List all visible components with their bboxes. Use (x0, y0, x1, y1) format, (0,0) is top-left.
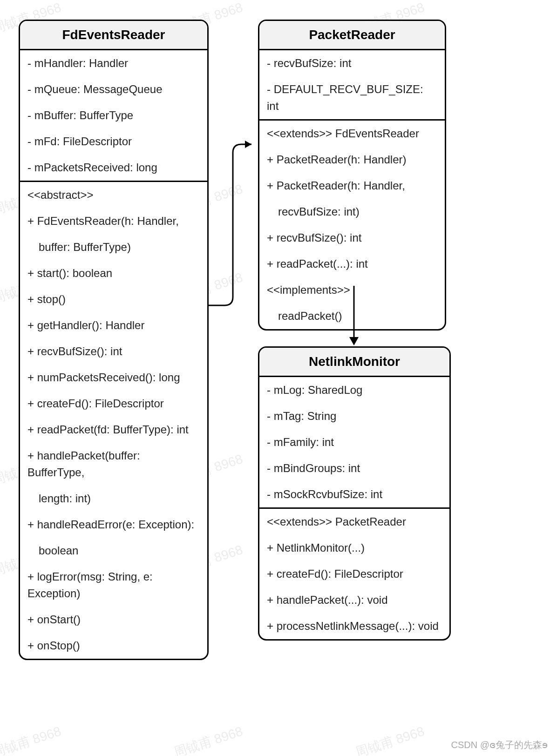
attribute: - mPacketsReceived: long (20, 155, 207, 181)
operations-section: <<extends>> FdEventsReader + PacketReade… (259, 121, 445, 329)
operation: + handlePacket(...): void (259, 587, 449, 613)
watermark: 周钺甫 8968 (353, 722, 427, 756)
operation: + PacketReader(h: Handler) (259, 147, 445, 173)
operation: + processNetlinkMessage(...): void (259, 613, 449, 639)
stereotype: <<extends>> PacketReader (259, 509, 449, 535)
operation: + onStart() (20, 607, 207, 633)
class-title: FdEventsReader (20, 21, 207, 50)
attribute: - recvBufSize: int (259, 50, 445, 76)
operation: + createFd(): FileDescriptor (20, 391, 207, 417)
operation: + recvBufSize(): int (20, 338, 207, 364)
svg-marker-2 (349, 337, 359, 345)
attributes-section: - mHandler: Handler - mQueue: MessageQue… (20, 50, 207, 182)
uml-class-packetreader: PacketReader - recvBufSize: int - DEFAUL… (258, 20, 446, 331)
class-title: NetlinkMonitor (259, 348, 449, 377)
attribute: - mSockRcvbufSize: int (259, 481, 449, 507)
stereotype: <<extends>> FdEventsReader (259, 121, 445, 147)
watermark: 周钺甫 8968 (0, 722, 63, 756)
class-title: PacketReader (259, 21, 445, 50)
operation: + NetlinkMonitor(...) (259, 535, 449, 561)
operation: + start(): boolean (20, 260, 207, 286)
stereotype: <<abstract>> (20, 182, 207, 208)
uml-class-netlinkmonitor: NetlinkMonitor - mLog: SharedLog - mTag:… (258, 346, 451, 641)
attributes-section: - recvBufSize: int - DEFAULT_RECV_BUF_SI… (259, 50, 445, 121)
operation: + createFd(): FileDescriptor (259, 561, 449, 587)
operation: + getHandler(): Handler (20, 312, 207, 338)
operation: + FdEventsReader(h: Handler, (20, 208, 207, 234)
attribute: - DEFAULT_RECV_BUF_SIZE: int (259, 76, 445, 119)
connector-fd-to-pr (209, 140, 260, 312)
operation: + readPacket(...): int (259, 251, 445, 277)
footer-credit: CSDN @ɞ兔子的先森ɘ (451, 739, 548, 751)
operation-cont: recvBufSize: int) (259, 199, 445, 225)
operation: + logError(msg: String, e: Exception) (20, 564, 207, 607)
operation: + recvBufSize(): int (259, 225, 445, 251)
svg-marker-0 (245, 141, 251, 148)
operation: + numPacketsReceived(): long (20, 364, 207, 391)
attribute: - mTag: String (259, 403, 449, 429)
attribute: - mFd: FileDescriptor (20, 128, 207, 155)
attribute: - mLog: SharedLog (259, 377, 449, 403)
uml-class-fdeventsreader: FdEventsReader - mHandler: Handler - mQu… (19, 20, 209, 660)
operation: + PacketReader(h: Handler, (259, 173, 445, 199)
operations-section: <<abstract>> + FdEventsReader(h: Handler… (20, 182, 207, 659)
operation: + readPacket(fd: BufferType): int (20, 417, 207, 443)
operation: + onStop() (20, 633, 207, 659)
operation: + handlePacket(buffer: BufferType, (20, 443, 207, 486)
operation: readPacket() (259, 303, 445, 329)
operation-cont: buffer: BufferType) (20, 234, 207, 260)
attribute: - mBindGroups: int (259, 455, 449, 481)
watermark: 周钺甫 8968 (171, 722, 245, 756)
operation: + stop() (20, 286, 207, 312)
operation-cont: boolean (20, 538, 207, 564)
operation-cont: length: int) (20, 486, 207, 512)
operations-section: <<extends>> PacketReader + NetlinkMonito… (259, 509, 449, 639)
operation: + handleReadError(e: Exception): (20, 512, 207, 538)
attribute: - mQueue: MessageQueue (20, 76, 207, 102)
stereotype: <<implements>> (259, 277, 445, 303)
attribute: - mBuffer: BufferType (20, 102, 207, 128)
attributes-section: - mLog: SharedLog - mTag: String - mFami… (259, 377, 449, 509)
attribute: - mFamily: int (259, 429, 449, 455)
attribute: - mHandler: Handler (20, 50, 207, 76)
